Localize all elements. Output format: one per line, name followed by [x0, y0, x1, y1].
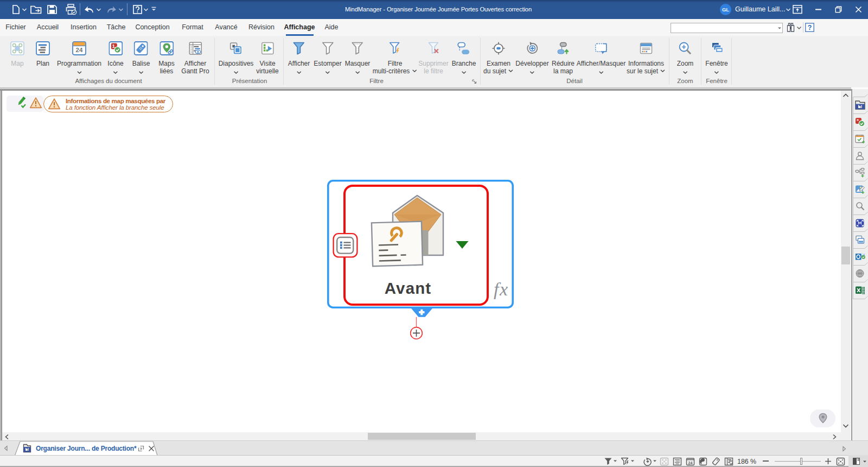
svg-text:24: 24 [76, 47, 83, 53]
svg-text:1: 1 [112, 43, 114, 49]
svg-text:Avant: Avant [385, 279, 431, 297]
svg-text:fx: fx [494, 279, 509, 299]
svg-text:24: 24 [688, 461, 693, 465]
svg-text:?: ? [808, 24, 812, 31]
